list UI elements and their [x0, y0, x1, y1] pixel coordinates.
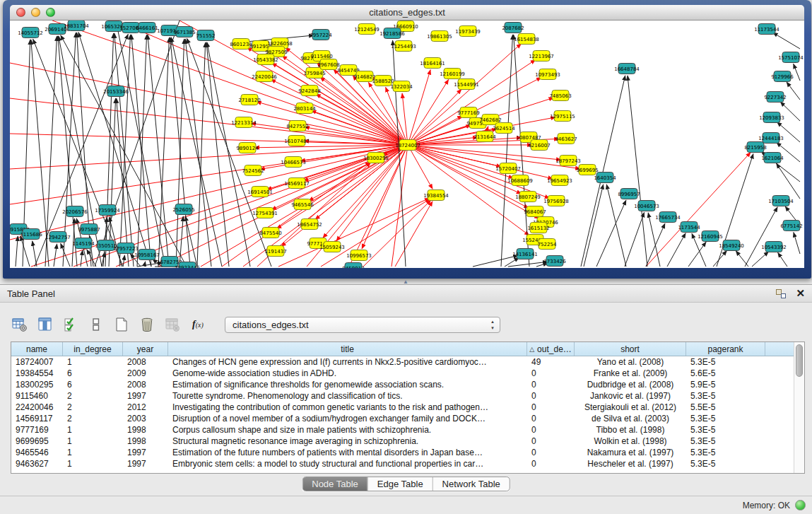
citation-edge-black[interactable]: [473, 255, 518, 267]
citation-edge-black[interactable]: [114, 33, 134, 267]
tab-edge-table[interactable]: Edge Table: [367, 477, 433, 491]
citation-edge-black[interactable]: [54, 244, 57, 267]
graph-node-yellow[interactable]: 9465546: [291, 199, 314, 210]
graph-node-teal[interactable]: 9671385: [173, 27, 195, 37]
graph-node-yellow[interactable]: 9777169: [457, 107, 479, 118]
float-panel-icon[interactable]: [776, 289, 786, 298]
graph-node-teal[interactable]: 6466161: [136, 23, 158, 33]
citation-edge-red[interactable]: [363, 200, 431, 267]
citation-edge-black[interactable]: [206, 42, 229, 267]
graph-node-yellow[interactable]: 11973439: [455, 26, 481, 37]
graph-node-teal[interactable]: 1173544: [678, 222, 700, 233]
citation-edge-black[interactable]: [171, 37, 222, 267]
citation-edge-red[interactable]: [10, 98, 408, 145]
function-builder-button[interactable]: f(x): [189, 315, 206, 334]
citation-edge-black[interactable]: [777, 163, 800, 199]
citation-edge-black[interactable]: [16, 236, 18, 267]
tab-node-table[interactable]: Node Table: [302, 477, 367, 491]
graph-node-teal[interactable]: 12942757: [45, 232, 71, 243]
graph-node-yellow[interactable]: 8475540: [259, 228, 281, 238]
graph-node-yellow[interactable]: 19756928: [543, 196, 569, 206]
citation-edge-black[interactable]: [787, 82, 800, 100]
citation-edge-black[interactable]: [20, 236, 30, 267]
graph-node-teal[interactable]: 9129966: [771, 71, 794, 82]
graph-node-teal[interactable]: 2526055: [172, 204, 194, 215]
graph-node-yellow[interactable]: 8601234: [230, 39, 252, 49]
graph-node-yellow[interactable]: 15720407: [495, 163, 521, 174]
column-header-title[interactable]: title: [168, 342, 527, 356]
graph-node-teal[interactable]: 9227342: [764, 92, 786, 103]
citation-edge-black[interactable]: [207, 42, 250, 267]
graph-node-teal[interactable]: 1115686: [20, 229, 42, 240]
table-row[interactable]: 2242004622012Investigating the contribut…: [11, 402, 794, 413]
graph-node-yellow[interactable]: 10466573: [281, 157, 306, 168]
citation-edge-black[interactable]: [628, 76, 647, 267]
graph-node-teal[interactable]: 751552: [196, 30, 216, 41]
graph-node-teal[interactable]: 7957224: [310, 30, 332, 40]
citation-edge-black[interactable]: [794, 64, 800, 81]
graph-node-yellow[interactable]: 11254493: [391, 41, 416, 52]
graph-node-yellow[interactable]: 1322034: [390, 81, 413, 92]
table-row[interactable]: 1938455462009Genome-wide association stu…: [11, 368, 794, 379]
delete-table-button[interactable]: [164, 315, 181, 334]
graph-node-teal[interactable]: 14055712: [18, 28, 43, 38]
graph-node-teal[interactable]: 14136141: [512, 249, 538, 259]
graph-node-yellow[interactable]: 14569117: [284, 178, 310, 189]
graph-node-yellow[interactable]: 9463627: [555, 134, 577, 144]
graph-node-yellow[interactable]: 1615132: [527, 223, 549, 233]
column-header-short[interactable]: short: [575, 342, 686, 356]
citation-edge-black[interactable]: [713, 251, 726, 267]
table-row[interactable]: 911546021997Tourette syndrome. Phenomeno…: [11, 390, 794, 402]
graph-node-yellow[interactable]: 9699695: [576, 165, 598, 175]
graph-node-yellow[interactable]: 3624514: [493, 123, 515, 134]
citation-edge-red[interactable]: [116, 21, 408, 145]
graph-node-teal[interactable]: 10543392: [761, 242, 787, 252]
graph-node-yellow[interactable]: 19654923: [547, 175, 572, 186]
graph-node-yellow[interactable]: 16154838: [514, 34, 539, 45]
graph-node-teal[interactable]: 6775142: [780, 221, 802, 231]
graph-node-teal[interactable]: 8996957: [618, 189, 640, 199]
graph-node-yellow[interactable]: 12213314: [231, 117, 257, 128]
citation-edge-black[interactable]: [61, 243, 70, 267]
citation-edge-black[interactable]: [667, 233, 686, 267]
graph-node-teal[interactable]: 2087682: [502, 23, 524, 33]
graph-node-teal[interactable]: 11173544: [754, 24, 779, 35]
table-row[interactable]: 946554611997Estimation of the future num…: [11, 447, 794, 458]
graph-node-yellow[interactable]: 2131644: [473, 132, 496, 142]
close-panel-icon[interactable]: ✕: [796, 288, 805, 298]
graph-node-yellow[interactable]: 9890124: [236, 143, 259, 153]
column-header-year[interactable]: year: [123, 342, 168, 356]
citation-edge-black[interactable]: [596, 200, 626, 267]
network-graph-canvas[interactable]: 1872400718300295193845548601234891295418…: [10, 21, 804, 268]
graph-node-teal[interactable]: 1145194: [72, 238, 95, 249]
table-mode-button[interactable]: [11, 315, 28, 334]
scrollbar-thumb[interactable]: [796, 344, 803, 377]
graph-node-teal[interactable]: 17665734: [655, 212, 681, 223]
delete-columns-button[interactable]: [139, 315, 155, 334]
graph-node-yellow[interactable]: 7485063: [549, 90, 571, 101]
column-header-pagerank[interactable]: pagerank: [686, 342, 765, 356]
graph-node-teal[interactable]: 15751074: [778, 52, 804, 63]
clear-column-selection-button[interactable]: [88, 315, 105, 334]
citation-edge-black[interactable]: [176, 39, 184, 267]
graph-node-yellow[interactable]: 11544991: [454, 79, 479, 90]
graph-node-teal[interactable]: 1733426: [543, 256, 566, 267]
citation-edge-red[interactable]: [321, 199, 430, 267]
citation-edge-black[interactable]: [123, 255, 124, 267]
close-window-button[interactable]: [16, 8, 25, 17]
graph-node-yellow[interactable]: 752254: [538, 239, 557, 250]
graph-node-teal[interactable]: 9459012: [342, 263, 364, 269]
citation-edge-black[interactable]: [648, 213, 660, 267]
memory-status-indicator[interactable]: [795, 500, 806, 510]
table-row[interactable]: 1830029562008Estimation of significance …: [11, 379, 794, 390]
column-header-out_de[interactable]: △out_de…: [527, 342, 575, 356]
graph-node-teal[interactable]: 9975887: [78, 224, 100, 235]
graph-node-teal[interactable]: 1640354: [594, 173, 616, 183]
citation-edge-black[interactable]: [646, 223, 665, 267]
graph-node-teal[interactable]: 1621064: [761, 153, 784, 163]
graph-node-teal[interactable]: 10046573: [634, 201, 659, 211]
panel-splitter-grip[interactable]: ▲: [401, 279, 410, 284]
graph-node-teal[interactable]: 8215958: [744, 142, 766, 153]
graph-node-yellow[interactable]: 18164161: [420, 58, 445, 69]
minimize-window-button[interactable]: [31, 8, 40, 17]
